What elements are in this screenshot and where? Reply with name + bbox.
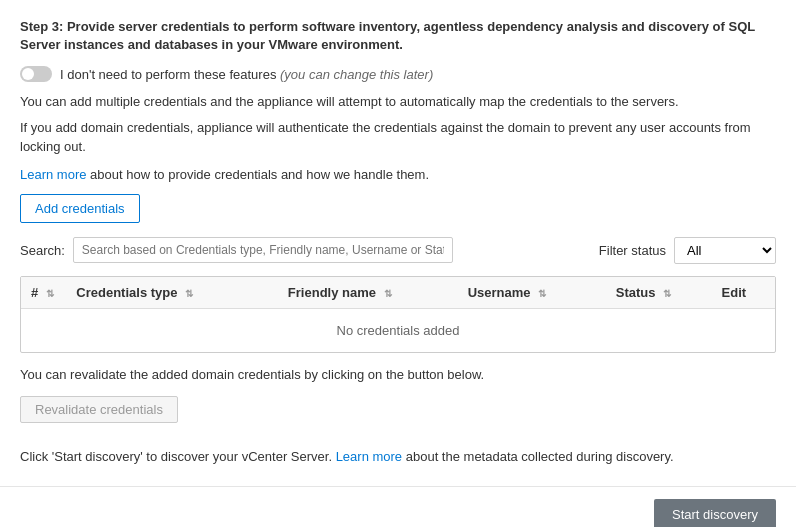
sort-icon-creds-type: ⇅ (185, 288, 193, 299)
search-input[interactable] (73, 237, 453, 263)
step-title: Step 3: Provide server credentials to pe… (20, 18, 776, 54)
empty-row: No credentials added (21, 308, 775, 352)
footer: Start discovery (0, 486, 796, 527)
sort-icon-status: ⇅ (663, 288, 671, 299)
discovery-learn-more-link[interactable]: Learn more (336, 449, 402, 464)
discovery-text: Click 'Start discovery' to discover your… (20, 447, 776, 467)
toggle-switch[interactable] (20, 66, 52, 82)
sort-icon-hash: ⇅ (46, 288, 54, 299)
learn-more-row: Learn more about how to provide credenti… (20, 167, 776, 182)
info-line1: You can add multiple credentials and the… (20, 92, 776, 112)
col-header-creds-type[interactable]: Credentials type ⇅ (66, 277, 278, 309)
info-line2: If you add domain credentials, appliance… (20, 118, 776, 157)
col-header-friendly-name[interactable]: Friendly name ⇅ (278, 277, 458, 309)
empty-message: No credentials added (21, 308, 775, 352)
filter-status-label: Filter status (599, 243, 666, 258)
revalidate-info: You can revalidate the added domain cred… (20, 367, 776, 382)
col-header-edit: Edit (712, 277, 775, 309)
filter-status-select[interactable]: All Valid Invalid Pending (674, 237, 776, 264)
toggle-knob (22, 68, 34, 80)
col-header-hash[interactable]: # ⇅ (21, 277, 66, 309)
revalidate-section: You can revalidate the added domain cred… (20, 367, 776, 437)
revalidate-credentials-button[interactable]: Revalidate credentials (20, 396, 178, 423)
learn-more-suffix: about how to provide credentials and how… (86, 167, 429, 182)
toggle-label: I don't need to perform these features (… (60, 67, 433, 82)
credentials-table: # ⇅ Credentials type ⇅ Friendly name ⇅ U… (21, 277, 775, 352)
learn-more-link[interactable]: Learn more (20, 167, 86, 182)
col-header-status[interactable]: Status ⇅ (606, 277, 712, 309)
credentials-table-wrapper: # ⇅ Credentials type ⇅ Friendly name ⇅ U… (20, 276, 776, 353)
col-header-username[interactable]: Username ⇅ (458, 277, 606, 309)
search-label: Search: (20, 243, 65, 258)
start-discovery-button[interactable]: Start discovery (654, 499, 776, 527)
add-credentials-button[interactable]: Add credentials (20, 194, 140, 223)
sort-icon-username: ⇅ (538, 288, 546, 299)
sort-icon-friendly-name: ⇅ (384, 288, 392, 299)
